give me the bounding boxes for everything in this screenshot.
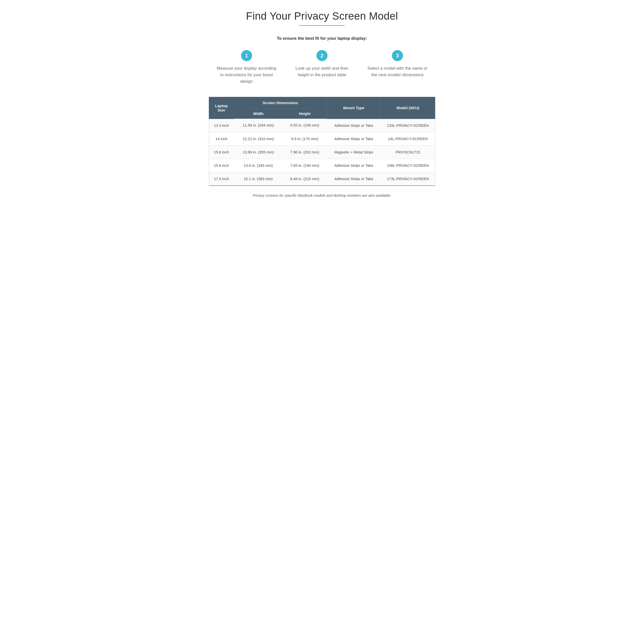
width-cell: 11.59 in. (294 mm) [234, 119, 283, 132]
model-sku-cell: 14L-PRIVACY-SCREEN [381, 132, 435, 145]
steps-row: 1 Measure your display according to inst… [209, 50, 435, 85]
mount-type-cell: Adhesive Strips or Tabs [327, 132, 381, 145]
table-row: 15.6 inch13.6 in. (345 mm)7.65 in. (194 … [209, 159, 435, 172]
laptop-size-cell: 17.3 inch [209, 172, 234, 186]
page-container: Find Your Privacy Screen Model To ensure… [209, 10, 435, 197]
table-row: 14 inch12.22 in. (310 mm)6.9 in. (175 mm… [209, 132, 435, 145]
width-col-header: Width [234, 109, 283, 119]
width-cell: 13.99 in. (355 mm) [234, 145, 283, 159]
width-cell: 15.1 in. (383 mm) [234, 172, 283, 186]
laptop-size-col-header: Laptop Size [209, 97, 234, 119]
height-cell: 6.9 in. (175 mm) [283, 132, 327, 145]
subtitle: To ensure the best fit for your laptop d… [209, 36, 435, 41]
width-cell: 12.22 in. (310 mm) [234, 132, 283, 145]
height-col-header: Height [283, 109, 327, 119]
table-row: 13.3 inch11.59 in. (294 mm)6.55 in. (166… [209, 119, 435, 132]
step-3-circle: 3 [392, 50, 403, 61]
model-sku-col-header: Model (SKU) [381, 97, 435, 119]
step-2: 2 Look up your width and then height in … [292, 50, 352, 85]
table-row: 15.6 inch13.99 in. (355 mm)7.96 in. (202… [209, 145, 435, 159]
page-title: Find Your Privacy Screen Model [209, 10, 435, 22]
laptop-size-cell: 14 inch [209, 132, 234, 145]
step-1: 1 Measure your display according to inst… [216, 50, 277, 85]
model-sku-cell: 156L-PRIVACY-SCREEN [381, 159, 435, 172]
step-2-circle: 2 [316, 50, 328, 61]
table-row: 17.3 inch15.1 in. (383 mm)8.48 in. (215 … [209, 172, 435, 186]
step-1-circle: 1 [241, 50, 252, 61]
model-sku-cell: 133L-PRIVACY-SCREEN [381, 119, 435, 132]
screen-dimensions-col-header: Screen Dimensions [234, 97, 327, 109]
step-2-text: Look up your width and then height in th… [292, 65, 352, 78]
laptop-size-cell: 15.6 inch [209, 159, 234, 172]
model-sku-cell: 173L-PRIVACY-SCREEN [381, 172, 435, 186]
title-underline [299, 25, 345, 26]
step-1-text: Measure your display according to instru… [216, 65, 277, 85]
product-table: Laptop Size Screen Dimensions Mount Type… [209, 97, 435, 186]
laptop-size-cell: 15.6 inch [209, 145, 234, 159]
height-cell: 8.48 in. (215 mm) [283, 172, 327, 186]
width-cell: 13.6 in. (345 mm) [234, 159, 283, 172]
step-3: 3 Select a model with the same or the ne… [367, 50, 428, 85]
mount-type-cell: Magnetic + Metal Strips [327, 145, 381, 159]
mount-type-cell: Adhesive Strips or Tabs [327, 172, 381, 186]
footnote: Privacy screens for specific MacBook mod… [209, 193, 435, 197]
mount-type-col-header: Mount Type [327, 97, 381, 119]
height-cell: 6.55 in. (166 mm) [283, 119, 327, 132]
step-3-text: Select a model with the same or the next… [367, 65, 428, 78]
laptop-size-cell: 13.3 inch [209, 119, 234, 132]
mount-type-cell: Adhesive Strips or Tabs [327, 119, 381, 132]
height-cell: 7.96 in. (202 mm) [283, 145, 327, 159]
model-sku-cell: PRIVSCNLT15 [381, 145, 435, 159]
mount-type-cell: Adhesive Strips or Tabs [327, 159, 381, 172]
height-cell: 7.65 in. (194 mm) [283, 159, 327, 172]
